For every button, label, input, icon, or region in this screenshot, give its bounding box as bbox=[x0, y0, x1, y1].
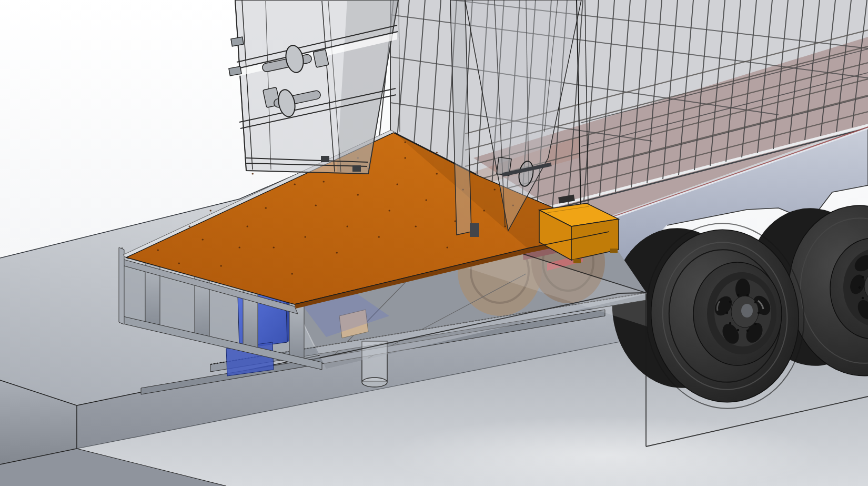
bumper-foot bbox=[573, 259, 581, 263]
bumper-foot bbox=[610, 249, 618, 253]
render-canvas bbox=[0, 0, 868, 486]
frame-left-cap bbox=[119, 247, 124, 324]
trailer-left-door bbox=[229, 0, 398, 174]
door-foot bbox=[470, 223, 479, 237]
cad-viewport[interactable] bbox=[0, 0, 868, 486]
